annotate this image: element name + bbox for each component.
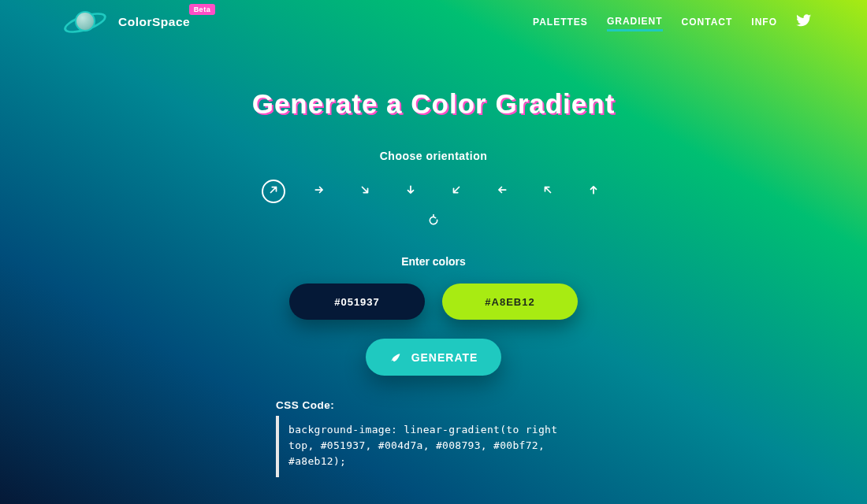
- orientation-right-bottom[interactable]: [353, 180, 377, 203]
- main-content: Generate a Color Gradient Choose orienta…: [0, 0, 867, 477]
- arrow-right-icon: [314, 184, 325, 198]
- orientation-right-top[interactable]: [262, 180, 285, 203]
- orientation-left[interactable]: [490, 180, 514, 203]
- orientation-label: Choose orientation: [0, 150, 867, 162]
- orientation-left-top[interactable]: [536, 180, 560, 203]
- css-output-area: CSS Code: background-image: linear-gradi…: [276, 399, 591, 477]
- arrow-down-left-icon: [451, 184, 462, 198]
- color-swatch-2-value: #A8EB12: [485, 296, 534, 308]
- arrow-up-right-icon: [268, 184, 279, 198]
- orientation-bottom[interactable]: [399, 180, 422, 203]
- color-swatch-1-value: #051937: [334, 296, 380, 308]
- orientation-reset[interactable]: [424, 214, 443, 233]
- orientation-row: [0, 180, 867, 203]
- color-swatch-2[interactable]: #A8EB12: [442, 284, 578, 320]
- nav-info[interactable]: INFO: [751, 14, 777, 30]
- css-output-code[interactable]: background-image: linear-gradient(to rig…: [276, 416, 591, 477]
- twitter-icon[interactable]: [796, 13, 812, 32]
- planet-logo-icon: [63, 7, 107, 37]
- beta-badge: Beta: [189, 4, 216, 15]
- arrow-down-icon: [405, 184, 416, 198]
- css-output-label: CSS Code:: [276, 399, 591, 411]
- enter-colors-label: Enter colors: [0, 255, 867, 268]
- nav-palettes[interactable]: PALETTES: [533, 14, 588, 30]
- rocket-icon: [389, 350, 402, 365]
- nav-gradient[interactable]: GRADIENT: [607, 13, 663, 32]
- orientation-left-bottom[interactable]: [445, 180, 468, 203]
- orientation-right[interactable]: [307, 180, 331, 203]
- generate-button-label: GENERATE: [411, 351, 478, 364]
- rotate-icon: [427, 216, 440, 229]
- brand-name: ColorSpaceBeta: [118, 15, 190, 29]
- arrow-up-icon: [588, 184, 599, 198]
- orientation-top[interactable]: [582, 180, 605, 203]
- page-headline: Generate a Color Gradient: [252, 88, 616, 120]
- color-swatch-1[interactable]: #051937: [289, 284, 425, 320]
- brand-area[interactable]: ColorSpaceBeta: [63, 7, 190, 37]
- arrow-left-icon: [497, 184, 508, 198]
- arrow-up-left-icon: [542, 184, 553, 198]
- arrow-down-right-icon: [359, 184, 370, 198]
- nav-links: PALETTES GRADIENT CONTACT INFO: [533, 13, 812, 32]
- top-nav: ColorSpaceBeta PALETTES GRADIENT CONTACT…: [0, 0, 867, 44]
- color-swatch-row: #051937 #A8EB12: [0, 284, 867, 320]
- nav-contact[interactable]: CONTACT: [682, 14, 733, 30]
- generate-button[interactable]: GENERATE: [366, 339, 502, 376]
